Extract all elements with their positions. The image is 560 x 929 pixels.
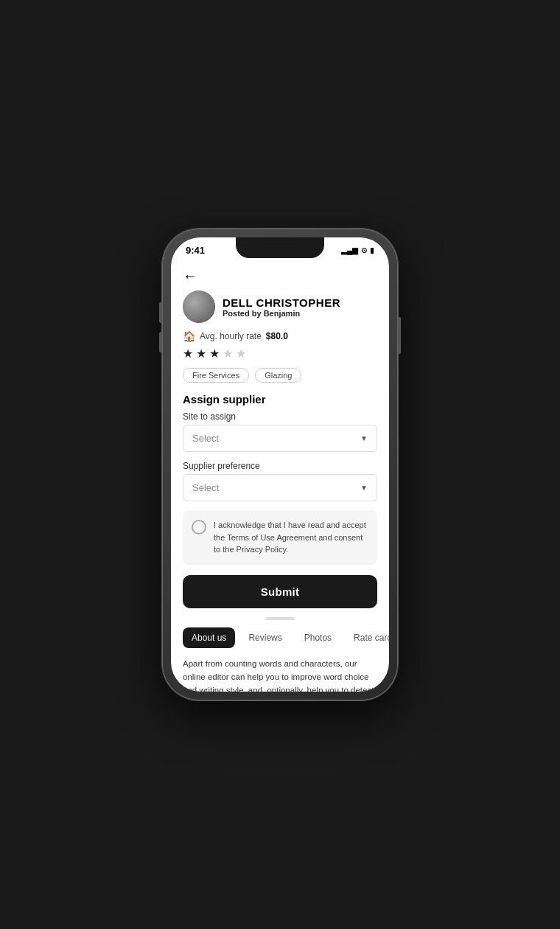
power-button: [398, 317, 401, 354]
site-select-text: Select: [192, 433, 219, 444]
drag-handle: [265, 617, 295, 620]
tab-bar: About us Reviews Photos Rate card: [183, 627, 377, 648]
supplier-label: Supplier preference: [183, 461, 377, 471]
site-label: Site to assign: [183, 411, 377, 422]
site-chevron-icon: ▼: [360, 434, 368, 442]
signal-icon: ▂▄▆: [341, 246, 358, 254]
phone-frame: 9:41 ▂▄▆ ⊙ ▮ ← DELL CHRISTOPHER Posted b…: [162, 229, 398, 700]
rate-value: $80.0: [266, 331, 288, 341]
tab-about-us[interactable]: About us: [183, 627, 235, 648]
phone-screen: 9:41 ▂▄▆ ⊙ ▮ ← DELL CHRISTOPHER Posted b…: [171, 237, 389, 692]
rate-row: 🏠 Avg. hourly rate $80.0: [183, 330, 377, 342]
section-title: Assign supplier: [183, 393, 377, 406]
tags-container: Fire Services Glazing: [183, 368, 377, 383]
wifi-icon: ⊙: [361, 246, 367, 254]
supplier-chevron-icon: ▼: [360, 484, 368, 492]
terms-checkbox[interactable]: [192, 520, 206, 535]
poster-name: Benjamin: [264, 309, 301, 318]
posted-by: Posted by Benjamin: [223, 309, 340, 318]
stars-row: ★ ★ ★ ★ ★: [183, 347, 377, 361]
star-icon-2: ★: [196, 347, 206, 361]
star-icon-4: ★: [223, 347, 233, 361]
tag-glazing: Glazing: [255, 368, 301, 383]
supplier-name: DELL CHRISTOPHER: [223, 296, 340, 309]
status-time: 9:41: [186, 245, 205, 256]
description-text: Apart from counting words and characters…: [183, 657, 377, 692]
profile-header: DELL CHRISTOPHER Posted by Benjamin: [183, 290, 377, 323]
status-icons: ▂▄▆ ⊙ ▮: [341, 246, 374, 254]
tag-fire-services: Fire Services: [183, 368, 249, 383]
star-icon-5: ★: [236, 347, 246, 361]
terms-area: I acknowledge that I have read and accep…: [183, 510, 377, 565]
volume-down-button: [159, 332, 162, 352]
volume-up-button: [159, 302, 162, 323]
screen-content: ← DELL CHRISTOPHER Posted by Benjamin 🏠 …: [171, 259, 389, 692]
back-button[interactable]: ←: [183, 265, 197, 290]
profile-info: DELL CHRISTOPHER Posted by Benjamin: [223, 296, 340, 318]
star-icon-1: ★: [183, 347, 193, 361]
star-icon-3: ★: [209, 347, 220, 361]
submit-button[interactable]: Submit: [183, 575, 377, 608]
rate-label: Avg. hourly rate: [200, 331, 262, 341]
avatar-image: [183, 290, 215, 323]
supplier-select-text: Select: [192, 482, 219, 493]
site-select[interactable]: Select ▼: [183, 425, 377, 452]
rate-icon: 🏠: [183, 330, 195, 342]
battery-icon: ▮: [370, 246, 374, 254]
avatar: [183, 290, 215, 323]
notch: [236, 237, 324, 258]
tab-rate-card[interactable]: Rate card: [345, 627, 389, 648]
terms-text: I acknowledge that I have read and accep…: [214, 519, 368, 556]
tab-reviews[interactable]: Reviews: [239, 627, 290, 648]
tab-photos[interactable]: Photos: [295, 627, 340, 648]
supplier-select[interactable]: Select ▼: [183, 474, 377, 501]
